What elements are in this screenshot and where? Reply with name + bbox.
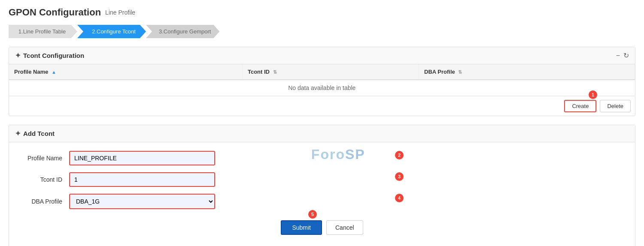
minimize-button[interactable]: − [616, 51, 620, 60]
form-actions: 5 Submit Cancel [9, 216, 635, 243]
panel-header: ✦ Tcont Configuration − ↻ [9, 47, 635, 64]
submit-button[interactable]: Submit [281, 220, 322, 235]
badge-3: 3 [395, 172, 404, 181]
dba-profile-label: DBA Profile [18, 198, 69, 205]
wizard-step-1[interactable]: 1.Line Profile Table [9, 25, 77, 38]
tcont-table: Profile Name ▲ Tcont ID ⇅ DBA Profile ⇅ … [9, 64, 635, 96]
wizard-steps: 1.Line Profile Table 2.Configure Tcont 3… [9, 25, 635, 38]
refresh-button[interactable]: ↻ [623, 51, 629, 60]
wizard-step-3[interactable]: 3.Configure Gemport [146, 25, 219, 38]
add-tcont-body: ForoSP Profile Name 2 Tcont ID 3 DBA Pro… [9, 142, 635, 246]
tcont-id-group: Tcont ID 3 [9, 172, 635, 187]
page-container: GPON Configuration Line Profile 1.Line P… [0, 0, 644, 246]
panel-title: ✦ Tcont Configuration [15, 51, 84, 60]
delete-button[interactable]: Delete [600, 100, 631, 112]
dba-profile-select[interactable]: DBA_1G DBA_512M DBA_256M [69, 194, 215, 209]
panel-header-actions: − ↻ [616, 51, 629, 60]
table-actions: 1 Create Delete [9, 96, 635, 116]
profile-name-input[interactable] [69, 151, 215, 165]
puzzle-icon: ✦ [15, 51, 21, 60]
col-tcont-id[interactable]: Tcont ID ⇅ [242, 64, 419, 80]
badge-2: 2 [395, 151, 404, 159]
sort-icon-profile: ▲ [52, 69, 56, 75]
tcont-id-input[interactable] [69, 172, 215, 187]
wizard-step-2[interactable]: 2.Configure Tcont [77, 25, 146, 38]
puzzle-icon-2: ✦ [15, 129, 21, 138]
badge-1: 1 [589, 90, 597, 99]
tcont-config-panel: ✦ Tcont Configuration − ↻ Profile Name ▲… [9, 47, 635, 116]
col-dba-profile[interactable]: DBA Profile ⇅ [419, 64, 635, 80]
sort-icon-tcont: ⇅ [273, 69, 277, 75]
page-subtitle: Line Profile [105, 9, 135, 16]
add-tcont-header: ✦ Add Tcont [9, 125, 635, 142]
add-tcont-title: ✦ Add Tcont [15, 129, 629, 138]
profile-name-label: Profile Name [18, 155, 69, 162]
col-profile-name[interactable]: Profile Name ▲ [9, 64, 242, 80]
cancel-button[interactable]: Cancel [326, 220, 363, 235]
page-header: GPON Configuration Line Profile [9, 7, 635, 18]
create-button[interactable]: Create [564, 100, 596, 112]
empty-message: No data available in table [9, 80, 635, 96]
page-title: GPON Configuration [9, 7, 101, 18]
tcont-id-label: Tcont ID [18, 176, 69, 183]
add-tcont-panel: ✦ Add Tcont ForoSP Profile Name 2 Tcont … [9, 125, 635, 246]
sort-icon-dba: ⇅ [458, 69, 462, 75]
dba-profile-group: DBA Profile DBA_1G DBA_512M DBA_256M 4 [9, 194, 635, 209]
profile-name-group: Profile Name 2 [9, 151, 635, 165]
badge-5: 5 [308, 210, 317, 219]
table-empty-row: No data available in table [9, 80, 635, 96]
badge-4: 4 [395, 194, 404, 202]
